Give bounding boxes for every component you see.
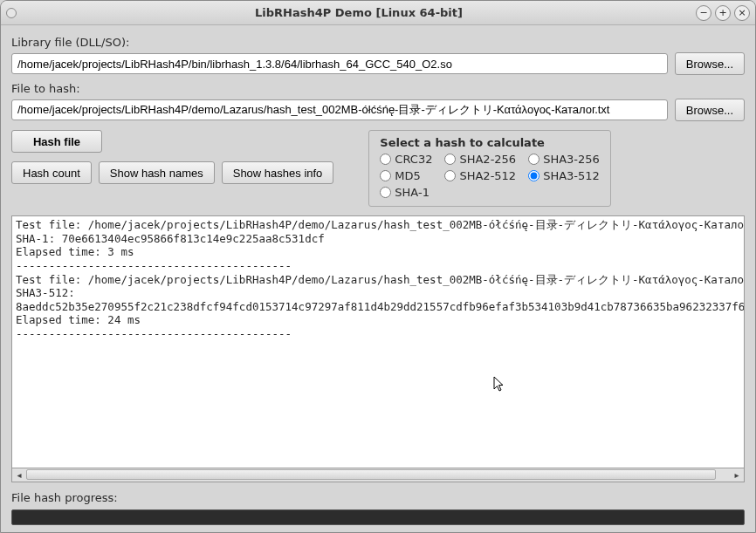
- progress-label: File hash progress:: [11, 491, 745, 504]
- radio-crc32-input[interactable]: [380, 154, 391, 165]
- radio-sha2-256[interactable]: SHA2-256: [444, 153, 516, 166]
- content-area: Library file (DLL/SO): Browse... File to…: [1, 25, 755, 532]
- progress-bar: [11, 509, 745, 525]
- browse-library-button[interactable]: Browse...: [675, 52, 745, 75]
- radio-md5-input[interactable]: [380, 170, 391, 181]
- radio-sha3-512-input[interactable]: [528, 170, 540, 181]
- radio-sha1-input[interactable]: [380, 187, 391, 198]
- scrollbar-thumb[interactable]: [26, 469, 716, 480]
- radio-md5[interactable]: MD5: [380, 169, 432, 182]
- close-button[interactable]: ×: [734, 5, 750, 21]
- show-hash-names-button[interactable]: Show hash names: [99, 161, 215, 184]
- radio-crc32[interactable]: CRC32: [380, 153, 432, 166]
- radio-sha3-256-input[interactable]: [528, 154, 540, 165]
- horizontal-scrollbar[interactable]: ◂ ▸: [11, 468, 745, 482]
- hash-select-title: Select a hash to calculate: [380, 136, 600, 149]
- minimize-button[interactable]: −: [696, 5, 711, 21]
- browse-file-button[interactable]: Browse...: [675, 99, 745, 121]
- radio-sha3-512[interactable]: SHA3-512: [528, 169, 600, 182]
- scroll-left-icon[interactable]: ◂: [12, 469, 26, 482]
- file-to-hash-label: File to hash:: [11, 82, 745, 95]
- window-title: LibRHash4P Demo [Linux 64-bit]: [22, 6, 696, 19]
- radio-sha2-512-input[interactable]: [444, 170, 456, 181]
- app-window: LibRHash4P Demo [Linux 64-bit] − + × Lib…: [0, 0, 756, 533]
- app-icon: [6, 8, 17, 18]
- library-file-input[interactable]: [11, 53, 668, 74]
- scroll-right-icon[interactable]: ▸: [730, 469, 744, 482]
- file-to-hash-input[interactable]: [11, 99, 668, 120]
- radio-sha2-256-input[interactable]: [444, 154, 456, 165]
- radio-sha3-256[interactable]: SHA3-256: [528, 153, 600, 166]
- radio-sha1[interactable]: SHA-1: [380, 186, 432, 199]
- hash-file-button[interactable]: Hash file: [11, 130, 102, 153]
- output-textarea[interactable]: Test file: /home/jacek/projects/LibRHash…: [11, 215, 745, 468]
- hash-count-button[interactable]: Hash count: [11, 161, 92, 184]
- library-file-label: Library file (DLL/SO):: [11, 36, 745, 49]
- titlebar[interactable]: LibRHash4P Demo [Linux 64-bit] − + ×: [1, 1, 755, 25]
- radio-sha2-512[interactable]: SHA2-512: [444, 169, 516, 182]
- hash-select-group: Select a hash to calculate CRC32 SHA2-25…: [368, 130, 611, 207]
- show-hashes-info-button[interactable]: Show hashes info: [222, 161, 334, 184]
- maximize-button[interactable]: +: [715, 5, 731, 21]
